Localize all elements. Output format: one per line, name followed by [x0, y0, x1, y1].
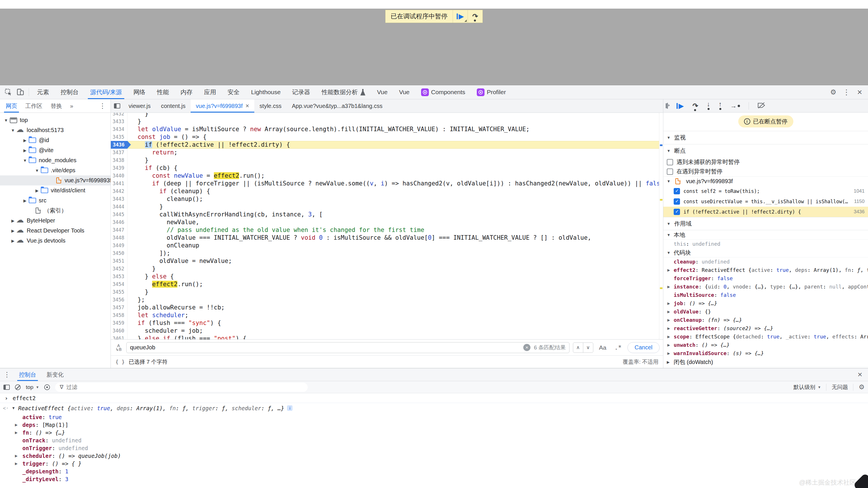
main-tab[interactable]: Lighthouse — [245, 85, 286, 99]
file-tree-item[interactable]: ▶ ByteHelper — [0, 216, 111, 225]
file-tree-item[interactable]: （索引） — [0, 206, 111, 216]
previous-match-button[interactable]: ∧ — [573, 342, 583, 353]
code-line[interactable]: 3440 const newValue = effect2.run(); — [111, 172, 663, 180]
scope-variable-row[interactable]: cleanup: undefined — [663, 257, 868, 266]
main-tab[interactable]: 元素 — [31, 85, 55, 99]
console-input-echo-row[interactable]: › effect2 — [0, 393, 868, 403]
tree-caret-icon[interactable]: ▶ — [34, 188, 40, 193]
scope-variable-row[interactable]: forceTrigger: false — [663, 274, 868, 282]
log-level-selector[interactable]: 默认级别 ▼ — [794, 384, 821, 391]
tree-caret-icon[interactable]: ▼ — [10, 128, 16, 133]
editor-tab[interactable]: viewer.js — [123, 99, 156, 113]
resume-script-button[interactable]: ▶ — [453, 10, 468, 23]
editor-tab[interactable]: style.css — [254, 99, 287, 113]
navigator-tab[interactable]: 网页 — [2, 99, 21, 113]
line-number-gutter[interactable]: 3451 — [111, 257, 127, 265]
code-line[interactable]: 3447 // pass undefined as the old value … — [111, 226, 663, 234]
code-line[interactable]: 3445 callWithAsyncErrorHandling(cb, inst… — [111, 211, 663, 218]
deactivate-breakpoints-icon[interactable] — [757, 102, 766, 110]
code-line[interactable]: 3449 onCleanup — [111, 242, 663, 249]
variable-caret-icon[interactable]: ▶ — [668, 352, 674, 355]
scope-variable-row[interactable]: this: undefined — [663, 240, 868, 248]
code-line[interactable]: 3432 } — [111, 113, 663, 118]
line-number-gutter[interactable]: 3442 — [111, 187, 127, 195]
object-property-row[interactable]: _depsLength: 1 — [0, 467, 868, 475]
line-number-gutter[interactable]: 3457 — [111, 304, 127, 311]
code-line[interactable]: 3443 cleanup(); — [111, 195, 663, 203]
code-line[interactable]: 3452 } — [111, 265, 663, 273]
pause-option-row[interactable]: 在遇到异常时暂停 — [663, 167, 868, 176]
line-number-gutter[interactable]: 3452 — [111, 265, 127, 273]
code-line[interactable]: 3451 oldValue = newValue; — [111, 257, 663, 265]
file-tree-item[interactable]: ▼ top — [0, 115, 111, 125]
scope-group-header[interactable]: ▼ 代码块 — [663, 248, 868, 257]
line-number-gutter[interactable]: 3441 — [111, 180, 127, 187]
object-property-row[interactable]: onTrack: undefined — [0, 436, 868, 444]
console-tab[interactable]: 新变化 — [45, 368, 65, 381]
line-number-gutter[interactable]: 3432 — [111, 113, 127, 118]
editor-tab-close-icon[interactable]: × — [245, 102, 249, 110]
line-number-gutter[interactable]: 3454 — [111, 280, 127, 288]
main-tab[interactable]: Vue — [393, 85, 415, 99]
main-tab[interactable]: Components — [415, 85, 471, 99]
object-property-row[interactable]: _dirtyLevel: 3 — [0, 475, 868, 483]
code-line[interactable]: 3438 } — [111, 156, 663, 164]
scope-variable-row[interactable]: ▶ warnInvalidSource: (s) => {…} — [663, 349, 868, 357]
close-devtools-icon[interactable]: × — [854, 86, 866, 98]
code-line[interactable]: 3453 } else { — [111, 273, 663, 280]
line-number-gutter[interactable]: 3450 — [111, 249, 127, 257]
tree-caret-icon[interactable]: ▶ — [10, 228, 16, 233]
variable-caret-icon[interactable]: ▶ — [668, 285, 674, 289]
line-number-gutter[interactable]: 3458 — [111, 311, 127, 319]
line-number-gutter[interactable]: 3444 — [111, 203, 127, 211]
console-sidebar-icon[interactable] — [3, 385, 10, 390]
code-line[interactable]: 3439 if (cb) { — [111, 164, 663, 172]
step-out-icon[interactable]: ↑ — [719, 102, 722, 110]
line-number-gutter[interactable]: 3440 — [111, 172, 127, 180]
code-line[interactable]: 3458 let scheduler; — [111, 311, 663, 319]
line-number-gutter[interactable]: 3446 — [111, 218, 127, 226]
main-tab[interactable]: 内存 — [175, 85, 198, 99]
line-number-gutter[interactable]: 3433 — [111, 118, 127, 125]
tree-caret-icon[interactable]: ▶ — [22, 199, 28, 203]
console-output[interactable]: › effect2 <· ▼ ReactiveEffect {active: t… — [0, 393, 868, 488]
variable-caret-icon[interactable]: ▶ — [668, 310, 674, 314]
replace-toggle-icon[interactable] — [114, 344, 123, 352]
main-tab[interactable]: 源代码/来源 — [84, 85, 128, 99]
property-caret-icon[interactable]: ▶ — [15, 431, 22, 435]
line-number-gutter[interactable]: 3437 — [111, 149, 127, 156]
breakpoints-section-header[interactable]: ▼ 断点 — [663, 144, 868, 157]
line-number-gutter[interactable]: 3435 — [111, 133, 127, 141]
code-line[interactable]: 3433 } — [111, 118, 663, 125]
match-case-button[interactable]: Aa — [597, 344, 609, 351]
scope-variable-row[interactable]: ▶ onCleanup: (fn) => {…} — [663, 316, 868, 324]
breakpoint-entry[interactable]: const useDirectValue = this.__v_isShallo… — [663, 196, 868, 207]
issues-counter[interactable]: 无问题 — [832, 384, 848, 391]
code-line[interactable]: 3459 if (flush === "sync") { — [111, 319, 663, 327]
line-number-gutter[interactable]: 3447 — [111, 226, 127, 234]
code-line[interactable]: 3434 let oldValue = isMultiSource ? new … — [111, 125, 663, 133]
variable-caret-icon[interactable]: ▶ — [668, 326, 674, 330]
object-property-row[interactable]: ▶ fn: () => {…} — [0, 429, 868, 436]
search-field[interactable]: × 6 条匹配结果 — [126, 342, 569, 353]
tree-caret-icon[interactable]: ▶ — [22, 138, 28, 143]
scope-variable-row[interactable]: ▶ unwatch: () => {…} — [663, 341, 868, 349]
breakpoint-file-group[interactable]: ▼ vue.js?v=f699893f — [663, 176, 868, 186]
code-line[interactable]: 3461 } else if (flush === "post") { — [111, 335, 663, 339]
pretty-print-icon[interactable]: { } — [115, 359, 125, 365]
main-tab[interactable]: 安全 — [222, 85, 245, 99]
main-tab[interactable]: 性能 — [151, 85, 175, 99]
settings-gear-icon[interactable]: ⚙ — [827, 86, 839, 98]
scope-variable-row[interactable]: ▶ job: () => {…} — [663, 299, 868, 307]
console-tab[interactable]: 控制台 — [17, 368, 38, 381]
line-number-gutter[interactable]: 3436 — [111, 141, 127, 149]
file-tree-item[interactable]: ▶ src — [0, 195, 111, 206]
code-line[interactable]: 3457 job.allowRecurse = !!cb; — [111, 304, 663, 311]
navigator-more-icon[interactable]: ⋮ — [96, 102, 109, 110]
code-line[interactable]: 3450 ]); — [111, 249, 663, 257]
cancel-search-button[interactable]: Cancel — [627, 342, 660, 353]
line-number-gutter[interactable]: 3449 — [111, 242, 127, 249]
code-line[interactable]: 3455 } — [111, 288, 663, 296]
object-property-row[interactable]: ▶ trigger: () => { } — [0, 460, 868, 467]
code-line[interactable]: 3446 newValue, — [111, 218, 663, 226]
